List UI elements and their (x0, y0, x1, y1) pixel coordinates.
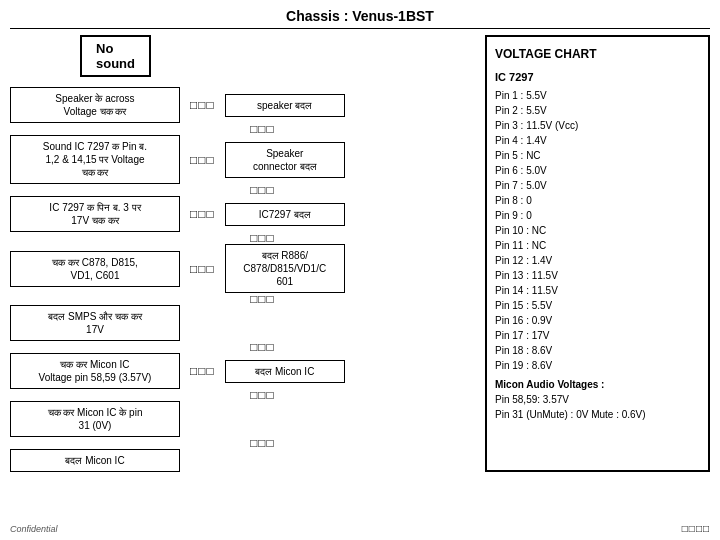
step6-box: चक कर Micon ICVoltage pin 58,59 (3.57V) (10, 353, 180, 389)
page: Chassis : Venus-1BST Nosound Speaker के … (0, 0, 720, 540)
micon-audio-title: Micon Audio Voltages : (495, 377, 700, 392)
main-content: Nosound Speaker के acrossVoltage चक कर □… (10, 35, 710, 472)
flow-step-6: चक कर Micon ICVoltage pin 58,59 (3.57V) … (10, 353, 475, 389)
bottom-dots: □□□□ (682, 523, 710, 534)
no-sound-label: Nosound (80, 35, 151, 77)
micon-pin-58-59: Pin 58,59: 3.57V (495, 392, 700, 407)
flow-step-2: Sound IC 7297 क Pin ब.1,2 & 14,15 पर Vol… (10, 135, 475, 184)
step8-box: बदल Micon IC (10, 449, 180, 472)
micon-pin-31: Pin 31 (UnMute) : 0V Mute : 0.6V) (495, 407, 700, 422)
pin-entry: Pin 5 : NC (495, 148, 700, 163)
step2-box: Sound IC 7297 क Pin ब.1,2 & 14,15 पर Vol… (10, 135, 180, 184)
flow-step-7: चक कर Micon IC के pin31 (0V) (10, 401, 475, 437)
pin-entry: Pin 19 : 8.6V (495, 358, 700, 373)
step3-box: IC 7297 क पिन ब. 3 पर17V चक कर (10, 196, 180, 232)
sep4: □□□ (50, 293, 475, 305)
sep5: □□□ (50, 341, 475, 353)
step2-action: Speakerconnector बदल (225, 142, 345, 178)
pin-entry: Pin 16 : 0.9V (495, 313, 700, 328)
pin-entry: Pin 9 : 0 (495, 208, 700, 223)
step3-action: IC7297 बदल (225, 203, 345, 226)
step7-box: चक कर Micon IC के pin31 (0V) (10, 401, 180, 437)
pin-entry: Pin 2 : 5.5V (495, 103, 700, 118)
pin-entry: Pin 10 : NC (495, 223, 700, 238)
flow-step-5: बदल SMPS और चक कर17V (10, 305, 475, 341)
step6-action: बदल Micon IC (225, 360, 345, 383)
pin-entry: Pin 7 : 5.0V (495, 178, 700, 193)
pin-list: Pin 1 : 5.5V Pin 2 : 5.5V Pin 3 : 11.5V … (495, 88, 700, 373)
pin-entry: Pin 18 : 8.6V (495, 343, 700, 358)
voltage-chart-title: VOLTAGE CHART (495, 45, 700, 63)
step5-box: बदल SMPS और चक कर17V (10, 305, 180, 341)
flow-step-1: Speaker के acrossVoltage चक कर □□□ speak… (10, 87, 475, 123)
page-title: Chassis : Venus-1BST (10, 8, 710, 29)
flow-step-4: चक कर C878, D815,VD1, C601 □□□ बदल R886/… (10, 244, 475, 293)
confidential-label: Confidential (10, 524, 58, 534)
step1-box: Speaker के acrossVoltage चक कर (10, 87, 180, 123)
voltage-chart: VOLTAGE CHART IC 7297 Pin 1 : 5.5V Pin 2… (485, 35, 710, 472)
step6-dots: □□□ (190, 364, 215, 378)
step4-dots: □□□ (190, 262, 215, 276)
pin-entry: Pin 3 : 11.5V (Vcc) (495, 118, 700, 133)
pin-entry: Pin 1 : 5.5V (495, 88, 700, 103)
sep3: □□□ (50, 232, 475, 244)
sep6: □□□ (50, 389, 475, 401)
sep2: □□□ (50, 184, 475, 196)
pin-entry: Pin 13 : 11.5V (495, 268, 700, 283)
step3-dots: □□□ (190, 207, 215, 221)
step2-dots: □□□ (190, 153, 215, 167)
flow-step-8: बदल Micon IC (10, 449, 475, 472)
step4-action: बदल R886/C878/D815/VD1/C601 (225, 244, 345, 293)
step1-dots: □□□ (190, 98, 215, 112)
pin-entry: Pin 15 : 5.5V (495, 298, 700, 313)
step1-action: speaker बदल (225, 94, 345, 117)
pin-entry: Pin 11 : NC (495, 238, 700, 253)
pin-entry: Pin 6 : 5.0V (495, 163, 700, 178)
pin-entry: Pin 14 : 11.5V (495, 283, 700, 298)
pin-entry: Pin 4 : 1.4V (495, 133, 700, 148)
pin-entry: Pin 17 : 17V (495, 328, 700, 343)
flowchart: Nosound Speaker के acrossVoltage चक कर □… (10, 35, 475, 472)
sep7: □□□ (50, 437, 475, 449)
sep1: □□□ (50, 123, 475, 135)
pin-entry: Pin 8 : 0 (495, 193, 700, 208)
pin-entry: Pin 12 : 1.4V (495, 253, 700, 268)
step4-box: चक कर C878, D815,VD1, C601 (10, 251, 180, 287)
flow-step-3: IC 7297 क पिन ब. 3 पर17V चक कर □□□ IC729… (10, 196, 475, 232)
ic-title: IC 7297 (495, 69, 700, 86)
